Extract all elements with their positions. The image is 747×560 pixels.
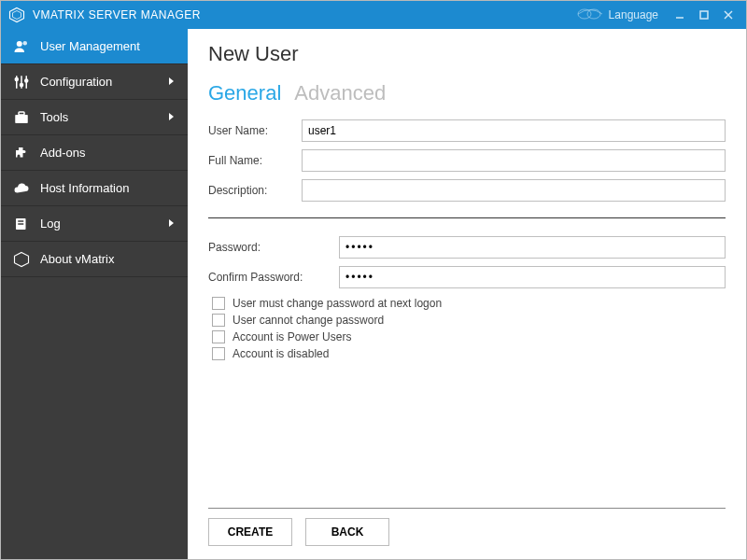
sidebar-item-label: Tools: [40, 110, 167, 124]
svg-marker-1: [13, 11, 21, 20]
row-confirm-password: Confirm Password:: [208, 265, 726, 289]
form-general: User Name: Full Name: Description: Passw…: [208, 119, 726, 360]
svg-marker-19: [169, 113, 174, 120]
row-password: Password:: [208, 235, 726, 259]
sidebar-item-label: Configuration: [40, 75, 167, 89]
svg-marker-23: [169, 219, 174, 227]
svg-rect-21: [18, 220, 23, 222]
globe-icon: [577, 7, 603, 23]
footer: CREATE BACK: [208, 508, 726, 546]
check-change-next-logon[interactable]: User must change password at next logon: [208, 297, 726, 310]
chevron-right-icon: [167, 75, 176, 89]
username-input[interactable]: [302, 119, 726, 142]
svg-point-3: [587, 9, 600, 19]
puzzle-icon: [12, 144, 31, 162]
sidebar: User Management Configuration Tools: [1, 29, 188, 559]
confirm-password-input[interactable]: [339, 266, 726, 288]
sidebar-item-tools[interactable]: Tools: [1, 100, 188, 135]
checkbox-label: User cannot change password: [233, 314, 384, 327]
language-selector[interactable]: Language: [577, 7, 658, 23]
main-content: New User General Advanced User Name: Ful…: [188, 29, 746, 559]
check-cannot-change[interactable]: User cannot change password: [208, 314, 726, 327]
back-button[interactable]: BACK: [305, 518, 389, 546]
app-body: User Management Configuration Tools: [1, 29, 746, 559]
description-label: Description:: [208, 184, 302, 197]
sliders-icon: [12, 73, 31, 91]
svg-point-15: [25, 79, 28, 82]
svg-point-9: [23, 41, 28, 46]
check-power-users[interactable]: Account is Power Users: [208, 330, 726, 343]
sidebar-item-user-management[interactable]: User Management: [1, 29, 188, 64]
language-label: Language: [609, 8, 658, 21]
svg-rect-22: [18, 223, 23, 225]
confirm-password-label: Confirm Password:: [208, 271, 339, 284]
app-title: VMATRIX SERVER MANAGER: [33, 8, 201, 21]
titlebar: VMATRIX SERVER MANAGER Language: [1, 1, 746, 29]
checkbox-label: Account is disabled: [233, 347, 329, 360]
minimize-button[interactable]: [668, 6, 692, 24]
svg-marker-24: [15, 252, 29, 266]
sidebar-item-label: Host Information: [40, 181, 176, 195]
sidebar-item-configuration[interactable]: Configuration: [1, 64, 188, 100]
log-icon: [12, 215, 31, 233]
check-disabled[interactable]: Account is disabled: [208, 347, 726, 360]
sidebar-item-label: Add-ons: [40, 146, 176, 160]
sidebar-item-about[interactable]: About vMatrix: [1, 242, 188, 277]
svg-point-13: [15, 77, 18, 80]
chevron-right-icon: [167, 110, 176, 124]
checkbox-icon: [212, 314, 225, 327]
sidebar-item-addons[interactable]: Add-ons: [1, 135, 188, 171]
sidebar-item-label: About vMatrix: [40, 252, 176, 266]
svg-rect-5: [700, 11, 708, 19]
tabs: General Advanced: [208, 81, 726, 105]
app-logo-icon: [8, 7, 25, 23]
svg-marker-16: [169, 77, 174, 85]
checkbox-icon: [212, 297, 225, 310]
description-input[interactable]: [302, 179, 726, 202]
password-input[interactable]: [339, 236, 726, 259]
svg-point-14: [21, 83, 23, 86]
footer-separator: [208, 508, 726, 509]
sidebar-item-label: Log: [40, 217, 167, 231]
sidebar-item-host-information[interactable]: Host Information: [1, 171, 188, 206]
checkbox-label: Account is Power Users: [233, 330, 351, 343]
user-icon: [12, 37, 31, 56]
svg-point-8: [17, 41, 22, 47]
create-button[interactable]: CREATE: [208, 518, 292, 546]
page-title: New User: [208, 42, 726, 66]
fullname-input[interactable]: [302, 149, 726, 172]
section-separator: [208, 217, 726, 218]
fullname-label: Full Name:: [208, 154, 302, 167]
tab-advanced[interactable]: Advanced: [294, 81, 386, 105]
cloud-icon: [12, 179, 31, 198]
toolbox-icon: [12, 108, 31, 127]
checkbox-group: User must change password at next logon …: [208, 297, 726, 360]
checkbox-icon: [212, 347, 225, 360]
row-username: User Name:: [208, 119, 726, 143]
row-fullname: Full Name:: [208, 148, 726, 173]
username-label: User Name:: [208, 124, 302, 137]
button-row: CREATE BACK: [208, 518, 726, 546]
hex-icon: [12, 250, 31, 269]
checkbox-label: User must change password at next logon: [233, 297, 442, 310]
sidebar-item-label: User Management: [40, 39, 176, 53]
chevron-right-icon: [167, 217, 176, 231]
svg-marker-0: [10, 8, 24, 22]
maximize-button[interactable]: [692, 6, 716, 24]
close-button[interactable]: [716, 6, 740, 24]
tab-general[interactable]: General: [208, 81, 281, 105]
svg-rect-18: [19, 112, 24, 115]
password-label: Password:: [208, 241, 339, 254]
app-window: VMATRIX SERVER MANAGER Language User Man…: [0, 0, 747, 560]
svg-rect-17: [15, 115, 28, 123]
checkbox-icon: [212, 330, 225, 343]
sidebar-item-log[interactable]: Log: [1, 206, 188, 242]
row-description: Description:: [208, 178, 726, 203]
